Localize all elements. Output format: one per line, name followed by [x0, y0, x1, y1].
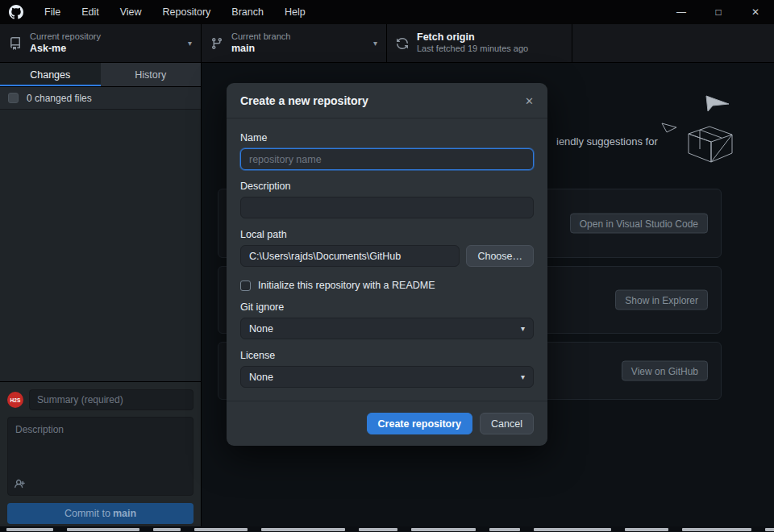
tab-changes[interactable]: Changes: [0, 63, 101, 86]
chevron-down-icon: ▾: [521, 372, 525, 381]
sidebar: Changes History 0 changed files H2S Desc…: [0, 63, 202, 532]
menu-repository[interactable]: Repository: [152, 0, 222, 24]
git-ignore-label: Git ignore: [240, 301, 534, 313]
titlebar: File Edit View Repository Branch Help — …: [0, 0, 774, 24]
repo-icon: [9, 37, 22, 50]
repository-name-input[interactable]: [240, 148, 534, 170]
chevron-down-icon: ▾: [367, 39, 377, 48]
current-repository-label: Current repository: [30, 31, 101, 43]
menu-help[interactable]: Help: [274, 0, 316, 24]
commit-panel: H2S Description Commit to main: [0, 381, 201, 524]
view-on-github-button[interactable]: View on GitHub: [622, 361, 708, 381]
fetch-origin-status: Last fetched 19 minutes ago: [417, 44, 528, 55]
commit-to-main-button[interactable]: Commit to main: [7, 503, 194, 524]
changes-list-empty-area: [0, 110, 201, 381]
fetch-origin-label: Fetch origin: [417, 31, 528, 44]
github-logo-icon: [9, 5, 23, 19]
license-select[interactable]: None ▾: [240, 366, 534, 388]
select-all-checkbox[interactable]: [8, 93, 19, 103]
menu-bar: File Edit View Repository Branch Help: [34, 0, 316, 24]
changed-files-count: 0 changed files: [27, 93, 92, 104]
license-label: License: [240, 350, 534, 361]
toolbar: Current repository Ask-me ▾ Current bran…: [0, 24, 774, 63]
current-repository-button[interactable]: Current repository Ask-me ▾: [0, 24, 202, 62]
commit-button-prefix: Commit to: [64, 508, 110, 519]
chevron-down-icon: ▾: [521, 324, 525, 333]
readme-checkbox-label: Initialize this repository with a README: [258, 280, 435, 291]
suggestion-text-fragment: iendly suggestions for: [556, 135, 658, 148]
dialog-title: Create a new repository: [240, 94, 368, 107]
git-ignore-select[interactable]: None ▾: [240, 318, 534, 339]
minimize-button[interactable]: —: [663, 0, 700, 24]
tab-history[interactable]: History: [101, 63, 202, 86]
readme-checkbox[interactable]: [240, 281, 251, 291]
choose-path-button[interactable]: Choose…: [466, 245, 534, 267]
cancel-button[interactable]: Cancel: [480, 413, 534, 434]
avatar: H2S: [7, 392, 23, 408]
app-window: File Edit View Repository Branch Help — …: [0, 0, 774, 532]
sync-icon: [396, 37, 409, 50]
license-value: None: [249, 372, 273, 383]
add-coauthor-icon[interactable]: [15, 478, 27, 490]
current-branch-value: main: [231, 43, 290, 56]
dialog-body: Name Description Local path Choose… Init…: [227, 118, 547, 401]
dialog-footer: Create repository Cancel: [227, 401, 547, 446]
local-path-label: Local path: [240, 229, 534, 240]
description-label: Description: [240, 181, 534, 192]
commit-description-input[interactable]: Description: [7, 417, 194, 496]
close-dialog-icon[interactable]: ✕: [525, 96, 534, 106]
clipped-text-strip: [0, 526, 774, 532]
menu-branch[interactable]: Branch: [221, 0, 274, 24]
commit-description-placeholder: Description: [15, 424, 64, 435]
dialog-header: Create a new repository ✕: [227, 83, 547, 118]
chevron-down-icon: ▾: [181, 39, 192, 48]
changed-files-row: 0 changed files: [0, 87, 201, 110]
commit-summary-input[interactable]: [29, 389, 194, 410]
boxes-illustration: [660, 94, 740, 170]
menu-view[interactable]: View: [110, 0, 152, 24]
commit-button-branch: main: [113, 508, 136, 519]
close-window-button[interactable]: ✕: [737, 0, 774, 24]
git-ignore-value: None: [249, 323, 273, 335]
show-in-explorer-button[interactable]: Show in Explorer: [615, 290, 708, 310]
maximize-button[interactable]: □: [700, 0, 737, 24]
window-controls: — □ ✕: [663, 0, 774, 24]
name-label: Name: [240, 132, 534, 143]
sidebar-tabs: Changes History: [0, 63, 201, 87]
branch-icon: [210, 37, 223, 50]
menu-file[interactable]: File: [34, 0, 71, 24]
create-repository-dialog: Create a new repository ✕ Name Descripti…: [227, 83, 547, 446]
create-repository-button[interactable]: Create repository: [367, 413, 473, 434]
current-branch-label: Current branch: [231, 31, 290, 43]
menu-edit[interactable]: Edit: [71, 0, 110, 24]
current-repository-value: Ask-me: [30, 43, 101, 56]
fetch-origin-button[interactable]: Fetch origin Last fetched 19 minutes ago: [387, 24, 572, 62]
open-in-vscode-button[interactable]: Open in Visual Studio Code: [570, 214, 708, 234]
current-branch-button[interactable]: Current branch main ▾: [202, 24, 387, 62]
local-path-input[interactable]: [240, 245, 460, 267]
repository-description-input[interactable]: [240, 197, 534, 218]
